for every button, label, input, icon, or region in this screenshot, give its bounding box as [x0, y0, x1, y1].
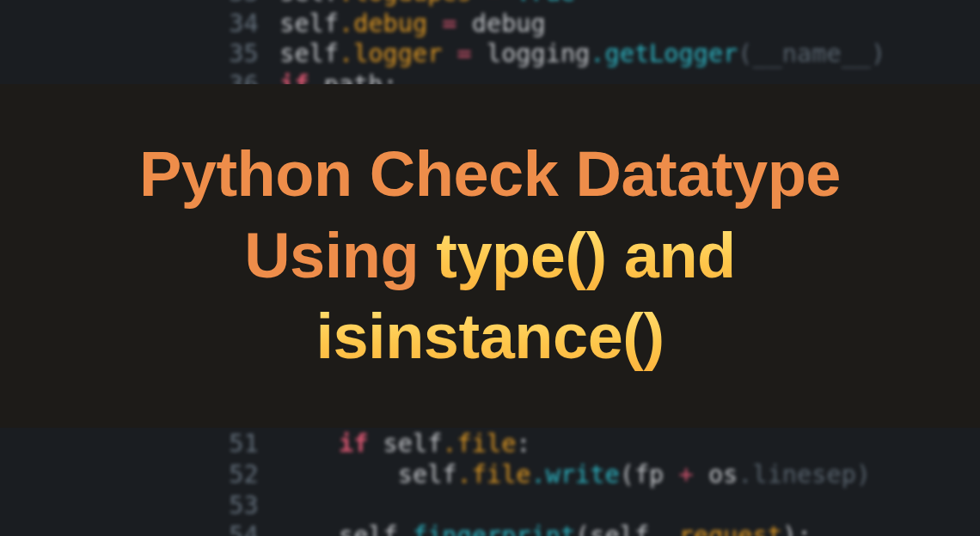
line-number: 33	[218, 0, 279, 8]
title-line-3: isinstance()	[315, 301, 664, 372]
line-number: 54	[218, 521, 279, 536]
title-line-2-orange: Using	[244, 220, 436, 291]
code-line: 52 self.file.write(fp + os.linesep)	[218, 459, 980, 490]
code-line: 54 self.fingerprint(self, request):	[218, 521, 980, 536]
code-snippet-bottom: 51 if self.file: 52 self.file.write(fp +…	[218, 429, 980, 536]
title-overlay: Python Check Datatype Using type() and i…	[0, 84, 980, 428]
line-number: 34	[218, 8, 279, 39]
page-title: Python Check Datatype Using type() and i…	[139, 134, 841, 378]
line-number: 51	[218, 429, 279, 460]
line-number: 53	[218, 490, 279, 521]
code-line: 51 if self.file:	[218, 429, 980, 460]
code-line: 34self.debug = debug	[218, 8, 980, 39]
line-number: 52	[218, 459, 279, 490]
code-line: 53	[218, 490, 980, 521]
code-line: 33self.logdupes = True	[218, 0, 980, 8]
title-line-1: Python Check Datatype	[139, 138, 841, 210]
line-number: 35	[218, 39, 279, 70]
title-line-2-yellow: type() and	[436, 220, 736, 291]
code-line: 35self.logger = logging.getLogger(__name…	[218, 39, 980, 70]
